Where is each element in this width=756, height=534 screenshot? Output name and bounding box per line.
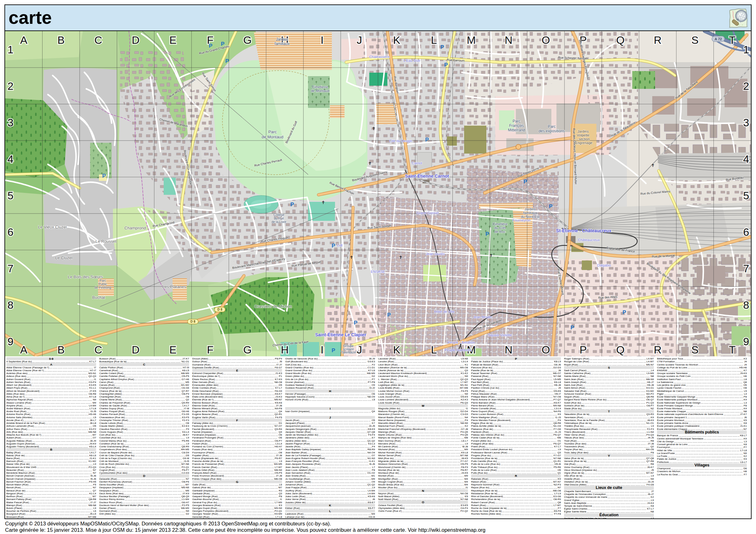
svg-text:P: P <box>221 41 224 47</box>
svg-text:Chaléassière: Chaléassière <box>369 55 390 59</box>
svg-text:C: C <box>94 34 102 46</box>
svg-text:E: E <box>170 344 177 356</box>
svg-text:K: K <box>393 34 400 46</box>
svg-text:✝: ✝ <box>368 161 372 166</box>
svg-text:P: P <box>485 231 489 237</box>
svg-text:✝: ✝ <box>350 255 353 260</box>
svg-text:9: 9 <box>743 335 749 347</box>
svg-text:Peuple Gambetta: Peuple Gambetta <box>445 348 472 352</box>
svg-text:R: R <box>654 34 662 46</box>
svg-text:P: P <box>524 179 527 185</box>
svg-text:Le Rousset: Le Rousset <box>95 239 117 244</box>
svg-text:J: J <box>357 344 362 356</box>
svg-text:T: T <box>729 344 736 356</box>
svg-text:D: D <box>132 344 140 356</box>
svg-text:L: L <box>431 34 437 46</box>
svg-text:4: 4 <box>8 153 14 165</box>
svg-text:P: P <box>225 58 229 64</box>
svg-text:P: P <box>425 137 429 143</box>
svg-text:Mitterrand: Mitterrand <box>508 128 525 132</box>
svg-text:7: 7 <box>743 262 749 275</box>
svg-text:de Montaud: de Montaud <box>262 135 284 139</box>
svg-text:C: C <box>94 344 102 356</box>
svg-text:Jardins: Jardins <box>525 207 536 211</box>
svg-text:✝: ✝ <box>489 253 493 258</box>
svg-text:1: 1 <box>8 43 14 56</box>
svg-text:ENSASE: ENSASE <box>371 270 385 274</box>
svg-text:Dalgabio: Dalgabio <box>597 263 611 267</box>
svg-text:B: B <box>57 34 65 46</box>
svg-text:3: 3 <box>743 117 749 128</box>
svg-text:Le Bois des Sœurs: Le Bois des Sœurs <box>68 275 103 279</box>
svg-text:du Puit: du Puit <box>274 217 284 220</box>
svg-text:de Pinelong: de Pinelong <box>94 286 111 289</box>
svg-text:Lidl: Lidl <box>337 243 342 247</box>
svg-text:E: E <box>170 34 177 46</box>
svg-text:Parc: Parc <box>100 279 106 282</box>
svg-text:Châteaucreux: Châteaucreux <box>578 238 600 242</box>
svg-text:familiaux: familiaux <box>274 41 289 46</box>
svg-text:I: I <box>320 344 323 356</box>
svg-text:A: A <box>20 344 27 356</box>
svg-text:Square Violette: Square Violette <box>488 333 512 337</box>
svg-text:P: P <box>580 344 587 356</box>
svg-text:G: G <box>243 34 252 46</box>
svg-text:S: S <box>691 34 699 46</box>
svg-text:P: P <box>622 309 626 315</box>
svg-text:D 8: D 8 <box>190 320 196 323</box>
svg-text:Parc: Parc <box>548 124 556 129</box>
svg-text:Tarentaize: Tarentaize <box>341 351 356 354</box>
svg-text:Jardins: Jardins <box>578 129 589 133</box>
svg-text:du Crêt: du Crêt <box>494 226 506 230</box>
svg-text:Hôtel de Ville: Hôtel de Ville <box>434 310 455 313</box>
svg-text:Public: Public <box>98 282 107 286</box>
svg-text:1: 1 <box>743 43 749 56</box>
svg-text:5: 5 <box>743 189 749 201</box>
svg-text:5: 5 <box>8 189 14 201</box>
svg-text:Saint-Étienne Le Clapier: Saint-Étienne Le Clapier <box>315 332 366 337</box>
svg-text:R: R <box>654 344 662 356</box>
svg-text:P: P <box>102 173 106 179</box>
svg-text:St-Étienne - Châteaucreux: St-Étienne - Châteaucreux <box>556 228 611 233</box>
svg-text:L'Eau Vive: L'Eau Vive <box>404 59 420 63</box>
svg-text:Cimetierre: Cimetierre <box>312 85 328 89</box>
svg-text:P: P <box>290 201 294 207</box>
svg-text:Volpette: Volpette <box>577 133 589 137</box>
svg-text:Grand Gonnet: Grand Gonnet <box>417 211 439 215</box>
svg-text:✝: ✝ <box>651 163 655 168</box>
svg-text:de Montaud: de Montaud <box>311 89 329 93</box>
svg-text:✝: ✝ <box>321 200 325 205</box>
svg-text:Jardins: Jardins <box>276 37 288 41</box>
svg-text:P: P <box>354 320 357 326</box>
svg-text:A 72: A 72 <box>715 37 722 41</box>
svg-text:Les Platanes: Les Platanes <box>162 284 186 289</box>
svg-text:G: G <box>243 344 252 356</box>
svg-text:2: 2 <box>8 80 14 92</box>
svg-text:P: P <box>209 43 212 49</box>
svg-text:S: S <box>691 344 699 356</box>
svg-text:Crassiers de Michon: Crassiers de Michon <box>255 304 292 309</box>
svg-text:P: P <box>332 347 335 354</box>
svg-text:✝: ✝ <box>372 126 376 131</box>
svg-text:Buchat: Buchat <box>92 295 105 300</box>
svg-text:Fourneyron: Fourneyron <box>513 218 530 222</box>
svg-text:K: K <box>393 344 400 356</box>
svg-text:8: 8 <box>743 299 749 311</box>
svg-text:P: P <box>444 62 447 68</box>
svg-text:4: 4 <box>743 153 749 165</box>
svg-text:Cimetière: Cimetière <box>492 222 507 226</box>
svg-text:B: B <box>57 344 65 356</box>
svg-text:N: N <box>505 344 513 356</box>
svg-text:P: P <box>440 44 444 50</box>
svg-text:Parc: Parc <box>513 119 521 123</box>
svg-text:L: L <box>431 344 437 356</box>
svg-text:Saint-Étienne Carnot: Saint-Étienne Carnot <box>405 174 449 179</box>
svg-text:de Roc: de Roc <box>495 230 506 233</box>
svg-text:familiaux: familiaux <box>523 211 537 215</box>
svg-text:Carnot: Carnot <box>412 161 422 165</box>
svg-text:P: P <box>387 312 391 318</box>
svg-text:✝: ✝ <box>399 255 403 260</box>
svg-text:J: J <box>357 34 362 46</box>
svg-text:Le Cluzel: Le Cluzel <box>55 255 72 260</box>
svg-text:P: P <box>549 203 552 209</box>
